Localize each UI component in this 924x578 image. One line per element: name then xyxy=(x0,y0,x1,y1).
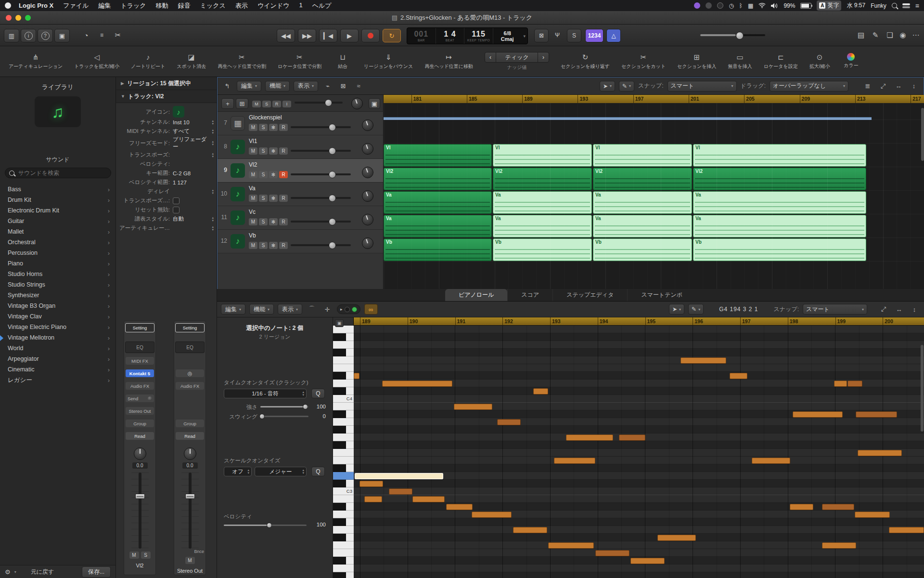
h-zoom-icon[interactable]: ↔ xyxy=(893,81,904,91)
library-toggle-button[interactable]: ▥ xyxy=(4,29,19,42)
library-item[interactable]: Vintage Electric Piano› xyxy=(0,322,116,332)
minimize-button[interactable] xyxy=(15,15,21,21)
scale-mode-select[interactable]: メジャー ▴▾ xyxy=(255,467,307,476)
midi-region[interactable]: Va xyxy=(693,191,866,214)
chat-icon[interactable]: ❏ xyxy=(883,29,897,41)
track-row[interactable]: 10♪VaMS✻R xyxy=(218,183,383,206)
crosshair-icon[interactable]: ✛ xyxy=(321,304,333,314)
split-at-locators-button[interactable]: ✂ロケータ位置で分割 xyxy=(278,53,321,70)
white-key[interactable] xyxy=(333,356,354,364)
library-item[interactable]: Cinematic› xyxy=(0,364,116,375)
note-repeat-button[interactable]: ♪ノートリピート xyxy=(131,53,165,70)
midi-note[interactable] xyxy=(364,496,382,502)
black-key[interactable] xyxy=(333,441,354,449)
track-record-button[interactable]: R xyxy=(279,218,288,225)
editor-tab[interactable]: ピアノロール xyxy=(445,289,507,301)
midi-note[interactable] xyxy=(730,373,747,379)
midi-note[interactable] xyxy=(389,488,412,495)
master-solo-button[interactable]: S xyxy=(567,29,581,42)
rewind-button[interactable]: ◀◀ xyxy=(277,29,295,42)
library-item[interactable]: Vintage Mellotron› xyxy=(0,332,116,343)
volume-icon[interactable] xyxy=(771,3,778,9)
keyboard-icon[interactable]: ▦ xyxy=(748,2,753,9)
midi-region[interactable]: Va xyxy=(593,191,692,214)
track-record-button[interactable]: R xyxy=(279,147,288,155)
white-key[interactable] xyxy=(333,341,354,349)
black-key[interactable] xyxy=(333,410,354,418)
link-icon[interactable]: ∞ xyxy=(364,304,378,315)
flex-icon[interactable]: ≈ xyxy=(353,81,364,91)
local-inspector-toggle[interactable]: ▣ xyxy=(335,319,344,327)
pencil-tool-button[interactable]: ✎▾ xyxy=(619,81,634,92)
library-item[interactable]: Synthesizer› xyxy=(0,290,116,301)
midi-note[interactable] xyxy=(382,381,452,387)
strip-fader[interactable] xyxy=(131,473,149,549)
black-key[interactable] xyxy=(333,426,354,434)
strip-slot-group[interactable]: Group xyxy=(176,420,204,427)
midi-note[interactable] xyxy=(533,388,548,394)
white-key[interactable] xyxy=(333,434,354,441)
strip-slot-setting[interactable]: Setting xyxy=(125,323,154,332)
low-latency-icon[interactable]: ◔ xyxy=(79,29,93,41)
collapse-icon[interactable]: ▸ xyxy=(340,307,343,312)
black-key[interactable] xyxy=(333,572,354,578)
more-icon[interactable]: ⋯ xyxy=(909,29,923,41)
midi-region[interactable]: Vb xyxy=(493,238,592,261)
pointer-tool-button[interactable]: ➤▾ xyxy=(669,304,684,315)
library-item[interactable]: Percussion› xyxy=(0,248,116,258)
midi-region[interactable]: Vl2 xyxy=(593,168,692,190)
record-button[interactable] xyxy=(361,29,380,42)
midi-note[interactable] xyxy=(472,512,512,518)
library-item[interactable]: Piano› xyxy=(0,258,116,269)
tracks-scrollbar[interactable] xyxy=(921,108,924,161)
midi-region[interactable]: Vb xyxy=(593,238,692,261)
menu-item[interactable]: 1 xyxy=(299,1,302,10)
library-item[interactable]: Studio Horns› xyxy=(0,269,116,279)
articulation-button[interactable]: ⋔アーティキュレーション xyxy=(9,53,63,70)
track-row[interactable]: 12♪VbMS✻R xyxy=(218,230,383,253)
menu-item[interactable]: ウインドウ xyxy=(257,1,290,10)
midi-note[interactable] xyxy=(680,357,726,364)
wifi-icon[interactable] xyxy=(758,3,766,8)
track-mute-button[interactable]: M xyxy=(249,147,257,155)
midi-note[interactable] xyxy=(856,411,897,418)
white-key[interactable] xyxy=(333,418,354,426)
app-status-icon[interactable] xyxy=(694,2,700,9)
menu-item[interactable]: 編集 xyxy=(98,1,111,10)
save-button[interactable]: 保存... xyxy=(82,566,111,578)
track-icon[interactable]: ♪ xyxy=(173,106,184,118)
slider-thumb[interactable] xyxy=(329,195,336,202)
track-row[interactable]: 7▦GlockenspielMS✻R xyxy=(218,112,383,135)
library-item[interactable]: Studio Strings› xyxy=(0,279,116,290)
slider-thumb[interactable] xyxy=(329,147,336,155)
stepper-icon[interactable]: ▴▾ xyxy=(212,119,214,125)
midi-region[interactable]: Va xyxy=(693,215,866,237)
menu-button[interactable]: 表示▾ xyxy=(278,304,302,315)
midi-region[interactable]: Vl xyxy=(693,144,866,167)
move-playhead-button[interactable]: ↦再生ヘッド位置に移動 xyxy=(424,53,473,70)
play-button[interactable]: ▶ xyxy=(340,29,359,42)
track-volume-slider[interactable] xyxy=(291,197,351,199)
track-header-config-icon[interactable]: ▣ xyxy=(369,98,380,109)
track-row[interactable]: 11♪VcMS✻R xyxy=(218,206,383,230)
selected-midi-note[interactable] xyxy=(355,473,443,479)
white-key[interactable] xyxy=(333,364,354,372)
menubar-user[interactable]: Funky xyxy=(871,2,886,9)
color-button[interactable]: カラー xyxy=(841,53,860,69)
set-locators-button[interactable]: ⊏ロケータを設定 xyxy=(764,53,798,70)
join-button[interactable]: ⊔結合 xyxy=(333,53,352,70)
library-item[interactable]: Vintage Clav› xyxy=(0,311,116,322)
midi-note[interactable] xyxy=(822,504,854,510)
slider-thumb[interactable] xyxy=(329,218,336,225)
black-key[interactable] xyxy=(333,387,354,395)
v-zoom-icon[interactable]: ↕ xyxy=(909,304,920,314)
strip-slot-read[interactable]: Read xyxy=(176,432,204,440)
input-source[interactable]: A 英字 xyxy=(817,0,841,11)
track-pan-knob[interactable] xyxy=(362,119,373,131)
clipped-track-button[interactable]: S xyxy=(262,101,271,107)
auto-zoom-icon[interactable]: ⤢ xyxy=(877,81,889,91)
apple-menu-icon[interactable] xyxy=(5,2,11,9)
track-record-button[interactable]: R xyxy=(279,242,288,249)
metronome-button[interactable]: △ xyxy=(606,29,621,42)
control-center-icon[interactable] xyxy=(902,3,910,8)
